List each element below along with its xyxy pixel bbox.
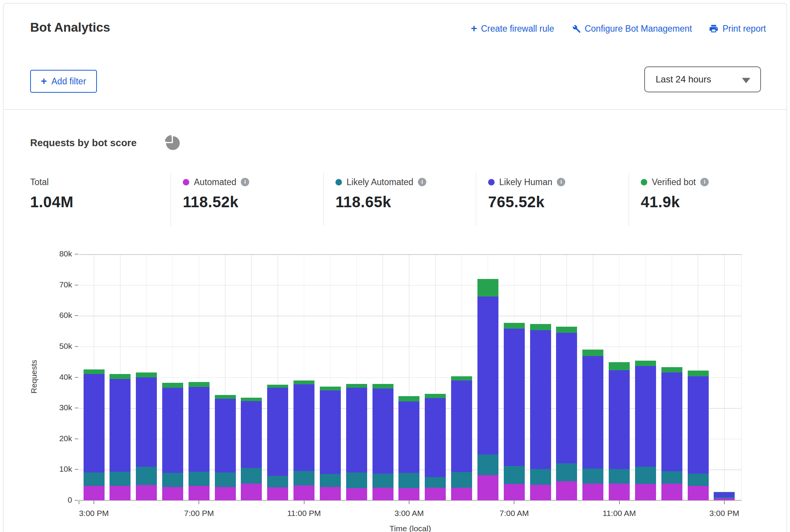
segment-likely-human [556,333,577,464]
bar-700pm[interactable] [189,254,210,500]
segment-likely-automated [346,472,367,488]
requests-by-bot-score-chart [79,254,742,500]
info-icon[interactable]: i [418,178,426,186]
segment-automated [320,487,341,500]
segment-verified-bot [267,385,288,388]
y-tick-mark [75,408,78,408]
info-icon[interactable]: i [241,178,249,186]
segment-automated [635,484,656,500]
info-icon[interactable]: i [700,178,709,186]
bar-300pm[interactable] [84,254,105,500]
segment-verified-bot [661,367,682,373]
segment-verified-bot [162,383,183,388]
segment-automated [136,485,157,500]
bar-300am[interactable] [398,254,419,500]
bar-900pm[interactable] [241,254,262,500]
segment-likely-automated [372,474,393,488]
segment-automated [267,487,288,500]
segment-automated [293,485,314,500]
segment-verified-bot [425,394,446,398]
segment-automated [582,484,603,500]
bar-300pm[interactable] [714,254,735,500]
segment-verified-bot [293,380,314,384]
segment-verified-bot [110,374,131,379]
stat-label: Likely Automated [347,177,413,187]
stat-likely-human: Likely Humani765.52k [488,176,565,211]
x-tick-label: 7:00 AM [484,509,545,518]
segment-likely-human [451,380,472,472]
segment-verified-bot [372,384,393,388]
stat-value: 118.52k [183,193,249,211]
y-tick-label: 40k [42,372,72,382]
bar-800am[interactable] [530,254,551,500]
create-firewall-rule-link[interactable]: + Create firewall rule [471,23,554,34]
bar-500am[interactable] [451,254,472,500]
bar-1000pm[interactable] [267,254,288,500]
stat-label: Likely Human [499,177,552,187]
bar-400am[interactable] [425,254,446,500]
print-report-label: Print report [722,24,766,34]
segment-automated [241,484,262,500]
stat-value: 118.65k [335,193,426,211]
segment-verified-bot [398,396,419,402]
x-axis-title: Time (local) [372,524,448,532]
bar-1200pm[interactable] [635,254,656,500]
configure-bot-management-link[interactable]: Configure Bot Management [571,24,692,34]
bar-100pm[interactable] [661,254,682,500]
stat-total: Total1.04M [30,176,74,211]
header-actions: + Create firewall rule Configure Bot Man… [471,23,766,34]
segment-automated [84,486,105,500]
add-filter-button[interactable]: + Add filter [30,70,97,93]
bar-100am[interactable] [346,254,367,500]
y-tick-mark [75,315,78,316]
segment-verified-bot [609,362,630,370]
y-tick-label: 70k [42,280,72,289]
segment-likely-human [293,384,314,471]
segment-likely-human [530,330,551,469]
bar-200am[interactable] [372,254,393,500]
configure-bot-management-label: Configure Bot Management [585,24,692,34]
segment-likely-automated [267,476,288,487]
segment-likely-human [267,388,288,476]
legend-dot [488,179,495,185]
segment-verified-bot [477,279,498,297]
segment-likely-human [477,297,498,455]
bar-1000am[interactable] [582,254,603,500]
bar-1200am[interactable] [320,254,341,500]
bar-900am[interactable] [556,254,577,500]
segment-likely-automated [609,469,630,484]
segment-likely-automated [635,467,656,484]
print-report-link[interactable]: Print report [709,24,766,34]
bar-600am[interactable] [477,254,498,500]
chevron-down-icon [742,78,750,83]
bar-200pm[interactable] [688,254,709,500]
segment-likely-automated [714,497,735,499]
y-tick-mark [75,377,78,378]
segment-automated [398,488,419,500]
bar-700am[interactable] [504,254,525,500]
y-tick-label: 10k [42,464,72,474]
segment-likely-human [661,372,682,471]
stat-value: 41.9k [641,193,709,211]
bar-400pm[interactable] [110,254,131,500]
segment-automated [346,488,367,500]
bar-800pm[interactable] [215,254,236,500]
x-tick-mark [514,501,514,504]
bar-1100pm[interactable] [293,254,314,500]
legend-dot [335,179,342,185]
time-range-value: Last 24 hours [656,74,711,85]
plus-icon: + [471,23,477,34]
header-divider [3,109,787,110]
bar-600pm[interactable] [162,254,183,500]
segment-verified-bot [504,323,525,329]
y-tick-label: 60k [42,311,72,320]
time-range-dropdown[interactable]: Last 24 hours [644,66,761,92]
bar-500pm[interactable] [136,254,157,500]
stat-value: 1.04M [30,193,74,211]
bar-1100am[interactable] [609,254,630,500]
info-icon[interactable]: i [557,178,565,186]
segment-automated [688,486,709,500]
segment-likely-human [688,376,709,474]
segment-likely-automated [477,455,498,475]
y-tick-label: 80k [42,249,72,258]
